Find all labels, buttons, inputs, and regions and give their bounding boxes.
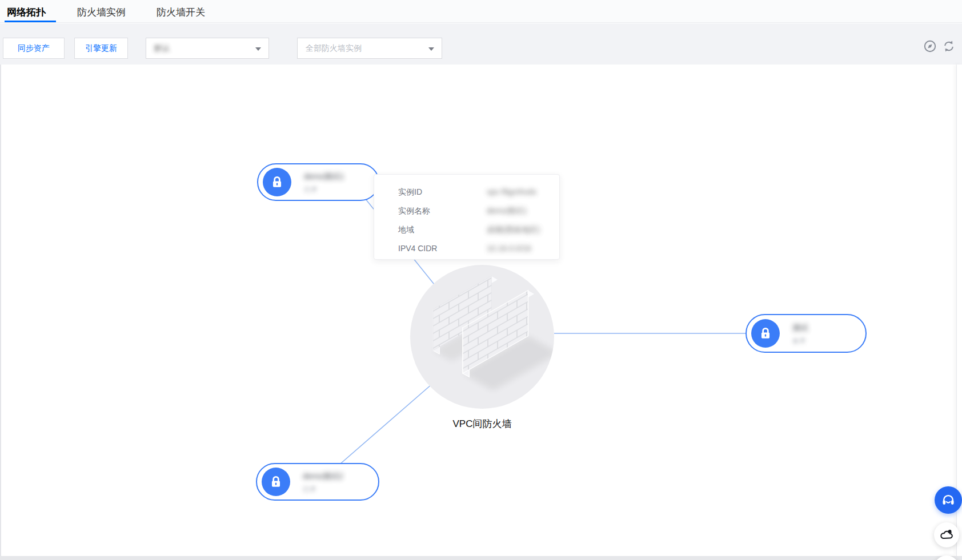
tooltip-label: 实例ID [398,187,422,198]
canvas-bottom-edge [0,556,962,560]
node-name: demo测试2 [303,472,343,482]
region-dropdown[interactable]: 默认 [146,38,269,59]
toolbar: 同步资产 引擎更新 默认 全部防火墙实例 [0,23,962,65]
node-status: 已开 [303,485,316,494]
chevron-down-icon [255,47,261,51]
firewall-instance-dropdown[interactable]: 全部防火墙实例 [297,38,442,59]
cloud-notification-button[interactable] [934,522,959,547]
region-dropdown-value: 默认 [154,43,170,54]
cloud-bell-icon [939,527,954,542]
sync-assets-button[interactable]: 同步资产 [3,38,65,59]
engine-update-button[interactable]: 引擎更新 [74,38,128,59]
node-name: demo测试1 [304,172,344,182]
chevron-down-icon [428,47,434,51]
firewall-brick-wall-illustration [410,265,554,409]
customer-service-button[interactable] [935,486,962,514]
headset-icon [940,492,956,508]
vpc-firewall-node[interactable] [410,265,554,409]
tooltip-value: vpc-f9gmhvdx [487,187,536,196]
lock-icon [751,319,780,348]
tooltip-value: 成都(西南地区) [487,225,540,235]
node-name: 测试 [792,323,808,333]
tooltip-value: 10.16.0.0/16 [487,244,531,253]
tooltip-row: IPV4 CIDR 10.16.0.0/16 [398,241,559,260]
tooltip-value: demo测试1 [487,206,527,216]
tooltip-label: 地域 [398,225,414,235]
tooltip-label: 实例名称 [398,206,430,216]
instance-detail-tooltip: 实例ID vpc-f9gmhvdx 实例名称 demo测试1 地域 成都(西南地… [374,174,560,260]
vpc-firewall-label: VPC间防火墙 [419,417,545,430]
tooltip-label: IPV4 CIDR [398,244,437,253]
lock-icon [263,168,291,196]
tooltip-row: 实例ID vpc-f9gmhvdx [398,185,559,204]
cloud-firewall-topology-page: 网络拓扑 防火墙实例 防火墙开关 同步资产 引擎更新 默认 全部防火墙实例 [0,0,962,560]
tooltip-row: 地域 成都(西南地区) [398,223,559,241]
tab-firewall-instances[interactable]: 防火墙实例 [77,6,126,19]
tab-firewall-switches[interactable]: 防火墙开关 [157,6,205,19]
tooltip-row: 实例名称 demo测试1 [398,204,559,223]
tab-bar: 网络拓扑 防火墙实例 防火墙开关 [0,0,962,23]
tab-network-topology[interactable]: 网络拓扑 [7,6,46,19]
firewall-instance-dropdown-placeholder: 全部防火墙实例 [306,43,362,54]
topology-canvas[interactable]: VPC间防火墙 demo测试1 已开 demo测试 [0,65,962,556]
refresh-icon[interactable] [941,39,956,54]
active-tab-indicator [5,21,56,22]
node-status: 已开 [304,185,318,195]
vpc-node-right[interactable]: 测试 全开 [745,314,867,353]
lock-icon [262,468,290,496]
vpc-node-bottom-left[interactable]: demo测试2 已开 [256,463,379,501]
node-status: 全开 [792,336,806,346]
compass-icon[interactable] [923,39,937,54]
vpc-node-top-left[interactable]: demo测试1 已开 [257,163,379,201]
